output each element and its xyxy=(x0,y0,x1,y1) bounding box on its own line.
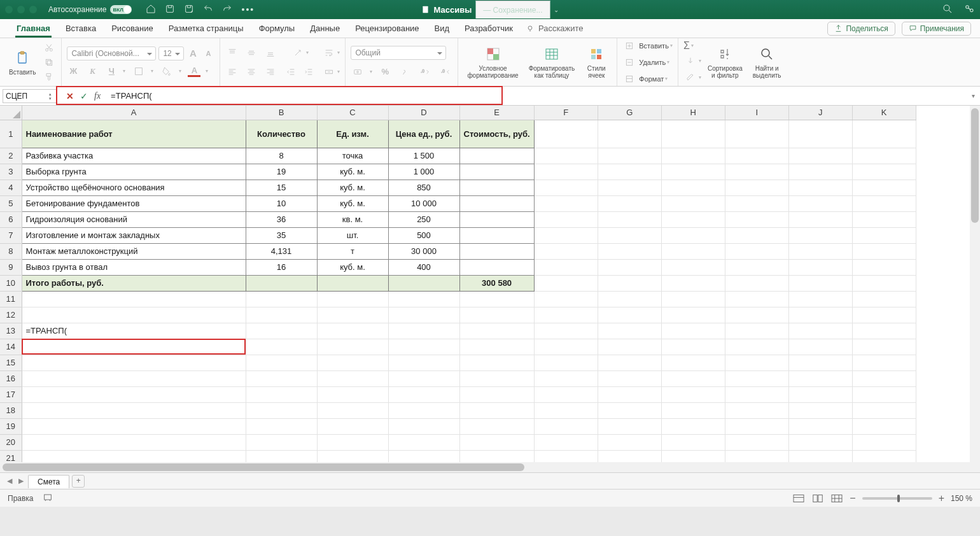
cell[interactable]: 35 xyxy=(246,227,317,243)
zoom-slider[interactable] xyxy=(862,497,932,500)
wrap-text-icon[interactable] xyxy=(322,46,336,60)
cell[interactable] xyxy=(459,227,534,243)
name-box[interactable]: СЦЕП ▴▾ xyxy=(3,89,57,103)
cell[interactable]: 850 xyxy=(388,180,459,195)
cell[interactable]: шт. xyxy=(317,227,388,243)
save-icon[interactable] xyxy=(165,4,175,16)
fx-icon[interactable]: fx xyxy=(94,91,101,101)
cell[interactable]: 30 000 xyxy=(388,243,459,259)
col-header[interactable]: K xyxy=(852,106,916,120)
col-header[interactable]: J xyxy=(788,106,852,120)
insert-cells-button[interactable]: Вставить▾ xyxy=(622,39,673,53)
fill-color-icon[interactable] xyxy=(160,64,174,78)
cell[interactable] xyxy=(317,275,388,291)
cell[interactable]: 300 580 xyxy=(459,275,534,291)
tab-formulas[interactable]: Формулы xyxy=(251,19,303,38)
dec-decimal-icon[interactable]: .0 xyxy=(438,65,452,79)
grow-font-icon[interactable]: A xyxy=(186,48,199,59)
delete-cells-button[interactable]: Удалить▾ xyxy=(622,55,669,69)
cell[interactable]: 500 xyxy=(388,227,459,243)
cell[interactable] xyxy=(388,275,459,291)
cell[interactable]: Количество xyxy=(246,120,317,148)
align-right-icon[interactable] xyxy=(263,65,277,79)
select-all-corner[interactable] xyxy=(0,106,22,120)
row-header[interactable]: 11 xyxy=(0,291,22,307)
cell[interactable]: Ед. изм. xyxy=(317,120,388,148)
row-header[interactable]: 8 xyxy=(0,243,22,259)
cell[interactable]: Цена ед., руб. xyxy=(388,120,459,148)
page-layout-view-icon[interactable] xyxy=(811,493,824,504)
share-button[interactable]: Поделиться xyxy=(827,22,895,36)
cell[interactable]: 1 500 xyxy=(388,148,459,164)
cell[interactable]: точка xyxy=(317,148,388,164)
cell[interactable]: 250 xyxy=(388,211,459,227)
spreadsheet-grid[interactable]: A B C D E F G H I J K 1 Наименование раб… xyxy=(0,106,980,472)
cell[interactable]: Вывоз грунта в отвал xyxy=(22,259,246,275)
col-header[interactable]: A xyxy=(22,106,246,120)
expand-formula-bar-icon[interactable]: ▾ xyxy=(972,92,975,99)
chevron-down-icon[interactable]: ⌄ xyxy=(554,6,559,13)
cell-styles-button[interactable]: Стили ячеек xyxy=(581,41,612,83)
cell[interactable]: куб. м. xyxy=(317,259,388,275)
tab-view[interactable]: Вид xyxy=(427,19,458,38)
cell[interactable]: 4,131 xyxy=(246,243,317,259)
col-header[interactable]: I xyxy=(725,106,788,120)
formula-input[interactable]: =ТРАНСП( xyxy=(107,91,972,101)
row-header[interactable]: 2 xyxy=(0,148,22,164)
home-icon[interactable] xyxy=(146,4,156,16)
cell[interactable]: 10 xyxy=(246,195,317,211)
row-header[interactable]: 19 xyxy=(0,418,22,434)
paste-button[interactable]: Вставить xyxy=(5,41,39,83)
page-break-view-icon[interactable] xyxy=(830,493,843,504)
outdent-icon[interactable] xyxy=(284,65,298,79)
autosum-button[interactable]: Σ▾ xyxy=(683,40,694,52)
bold-button[interactable]: Ж xyxy=(67,66,80,76)
fill-button[interactable]: ▾ xyxy=(683,54,701,68)
cell[interactable]: кв. м. xyxy=(317,211,388,227)
currency-icon[interactable] xyxy=(351,65,365,79)
cell[interactable]: Выборка грунта xyxy=(22,164,246,180)
cell[interactable]: 19 xyxy=(246,164,317,180)
comma-icon[interactable] xyxy=(398,65,412,79)
col-header[interactable]: C xyxy=(317,106,388,120)
sheet-tab[interactable]: Смета xyxy=(28,475,69,488)
align-middle-icon[interactable] xyxy=(244,46,258,60)
align-center-icon[interactable] xyxy=(244,65,258,79)
tab-page-layout[interactable]: Разметка страницы xyxy=(161,19,251,38)
row-header[interactable]: 9 xyxy=(0,259,22,275)
row-header[interactable]: 5 xyxy=(0,195,22,211)
cell[interactable] xyxy=(246,275,317,291)
row-header[interactable]: 17 xyxy=(0,386,22,402)
cell[interactable]: куб. м. xyxy=(317,164,388,180)
active-cell[interactable]: =ТРАНСП( xyxy=(22,323,246,339)
cell[interactable]: куб. м. xyxy=(317,195,388,211)
horizontal-scrollbar[interactable] xyxy=(0,462,970,472)
format-painter-icon[interactable] xyxy=(42,70,56,83)
cell[interactable] xyxy=(459,180,534,195)
sort-filter-button[interactable]: Сортировка и фильтр xyxy=(704,41,746,83)
align-left-icon[interactable] xyxy=(225,65,239,79)
tell-me[interactable]: Расскажите xyxy=(526,24,584,33)
save-as-icon[interactable] xyxy=(184,4,194,16)
row-header[interactable]: 7 xyxy=(0,227,22,243)
normal-view-icon[interactable] xyxy=(792,493,805,504)
cell[interactable]: 8 xyxy=(246,148,317,164)
cell[interactable]: Разбивка участка xyxy=(22,148,246,164)
conditional-formatting-button[interactable]: Условное форматирование xyxy=(463,41,522,83)
comments-button[interactable]: Примечания xyxy=(902,22,971,36)
col-header[interactable]: E xyxy=(459,106,534,120)
indent-icon[interactable] xyxy=(302,65,316,79)
search-icon[interactable] xyxy=(942,3,953,17)
autosave-switch[interactable]: ВКЛ. xyxy=(110,5,132,14)
format-cells-button[interactable]: Формат▾ xyxy=(622,72,668,86)
cell[interactable]: 16 xyxy=(246,259,317,275)
merge-icon[interactable] xyxy=(322,65,336,79)
row-header[interactable]: 12 xyxy=(0,307,22,323)
tab-review[interactable]: Рецензирование xyxy=(347,19,426,38)
row-header[interactable]: 13 xyxy=(0,323,22,339)
italic-button[interactable]: К xyxy=(86,66,99,76)
underline-button[interactable]: Ч xyxy=(105,66,118,76)
cell[interactable]: 36 xyxy=(246,211,317,227)
zoom-out-button[interactable]: − xyxy=(850,493,855,504)
col-header[interactable]: G xyxy=(598,106,661,120)
